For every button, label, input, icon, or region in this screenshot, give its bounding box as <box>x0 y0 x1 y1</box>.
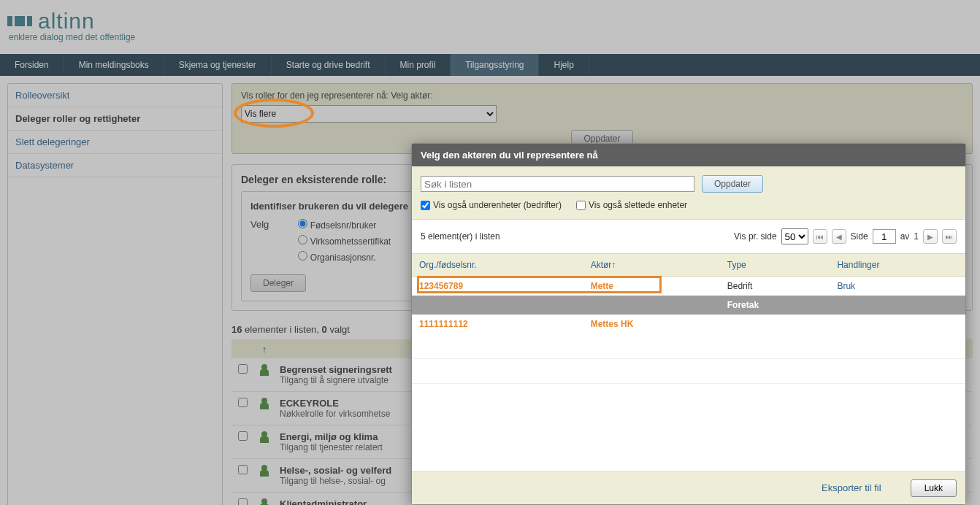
pager: Vis pr. side 50 ⏮ ◀ Side av 1 ▶ ⏭ <box>734 228 957 244</box>
cell-org: 123456789 <box>412 277 583 296</box>
cell-org <box>412 296 583 315</box>
dialog-row-blank <box>412 358 965 383</box>
dialog-title: Velg den aktøren du vil representere nå <box>412 144 965 166</box>
cell-org: 1111111112 <box>412 315 583 334</box>
cell-type: Bedrift <box>720 277 830 296</box>
export-link[interactable]: Eksporter til fil <box>822 482 881 493</box>
cell-type: Foretak <box>720 296 830 315</box>
cell-aktor: Mette <box>583 277 720 296</box>
cell-action[interactable] <box>830 315 965 334</box>
page-input[interactable] <box>873 229 896 244</box>
actor-dialog: Velg den aktøren du vil representere nå … <box>411 143 966 505</box>
cb-slettede[interactable]: Vis også slettede enheter <box>576 200 687 210</box>
next-page-icon[interactable]: ▶ <box>923 229 938 244</box>
col-org[interactable]: Org./fødselsnr. <box>412 254 583 277</box>
col-aktor[interactable]: Aktør↑ <box>583 254 720 277</box>
per-page-select[interactable]: 50 <box>781 228 808 244</box>
dialog-search-button[interactable]: Oppdater <box>702 175 763 193</box>
dialog-count: 5 element(er) i listen <box>421 231 500 242</box>
close-button[interactable]: Lukk <box>911 479 957 497</box>
cell-action[interactable] <box>830 296 965 315</box>
dialog-row[interactable]: 1111111112 Mettes HK <box>412 315 965 334</box>
cell-aktor: Mettes HK <box>583 315 720 334</box>
col-actions[interactable]: Handlinger <box>830 254 965 277</box>
cell-action[interactable]: Bruk <box>830 277 965 296</box>
first-page-icon[interactable]: ⏮ <box>813 229 827 244</box>
cb-underenheter[interactable]: Vis også underenheter (bedrifter) <box>421 200 562 210</box>
prev-page-icon[interactable]: ◀ <box>832 229 846 244</box>
dialog-row[interactable]: 123456789 Mette Bedrift Bruk <box>412 277 965 296</box>
col-type[interactable]: Type <box>720 254 830 277</box>
dialog-search-input[interactable] <box>421 176 694 192</box>
last-page-icon[interactable]: ⏭ <box>942 229 957 244</box>
dialog-row[interactable]: Foretak <box>412 296 965 315</box>
dialog-row-blank <box>412 334 965 358</box>
cell-aktor <box>583 296 720 315</box>
dialog-table: Org./fødselsnr. Aktør↑ Type Handlinger 1… <box>412 253 965 384</box>
cell-type <box>720 315 830 334</box>
